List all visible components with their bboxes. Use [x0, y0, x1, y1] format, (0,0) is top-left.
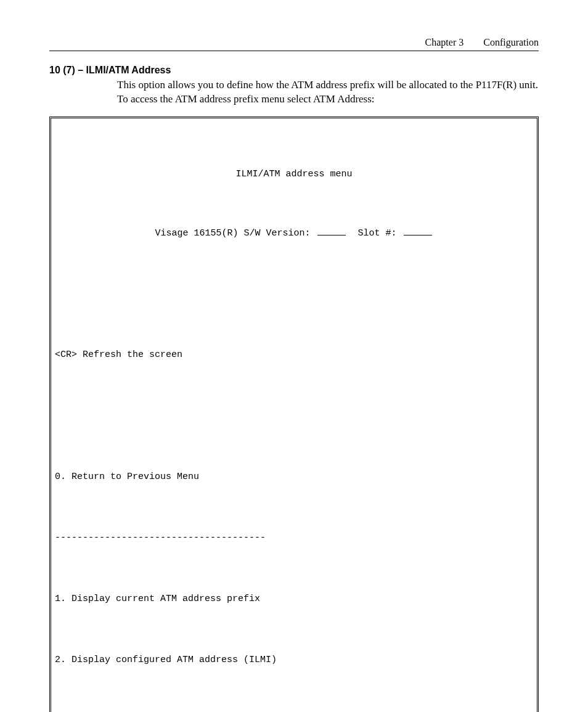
page-container: Chapter 3 Configuration 10 (7) – ILMI/AT… — [0, 0, 588, 712]
chapter-label: Chapter 3 — [425, 37, 464, 47]
terminal-title: ILMI/ATM address menu — [55, 165, 533, 184]
terminal-menu-box: ILMI/ATM address menu Visage 16155(R) S/… — [49, 117, 539, 712]
terminal-item-2: 2. Display configured ATM address (ILMI) — [55, 650, 533, 670]
terminal-item-0: 0. Return to Previous Menu — [55, 467, 533, 487]
section-heading: 10 (7) – ILMI/ATM Address — [49, 65, 539, 76]
chapter-title: Configuration — [483, 37, 539, 47]
intro-paragraph: This option allows you to define how the… — [117, 78, 539, 107]
terminal-version-line: Visage 16155(R) S/W Version: Slot #: — [55, 224, 533, 243]
terminal-refresh: <CR> Refresh the screen — [55, 345, 533, 365]
terminal-separator: -------------------------------------- — [55, 528, 533, 548]
blank-version — [317, 226, 346, 235]
terminal-item-1: 1. Display current ATM address prefix — [55, 589, 533, 609]
blank-slot — [404, 226, 432, 235]
page-header: Chapter 3 Configuration — [49, 37, 539, 51]
